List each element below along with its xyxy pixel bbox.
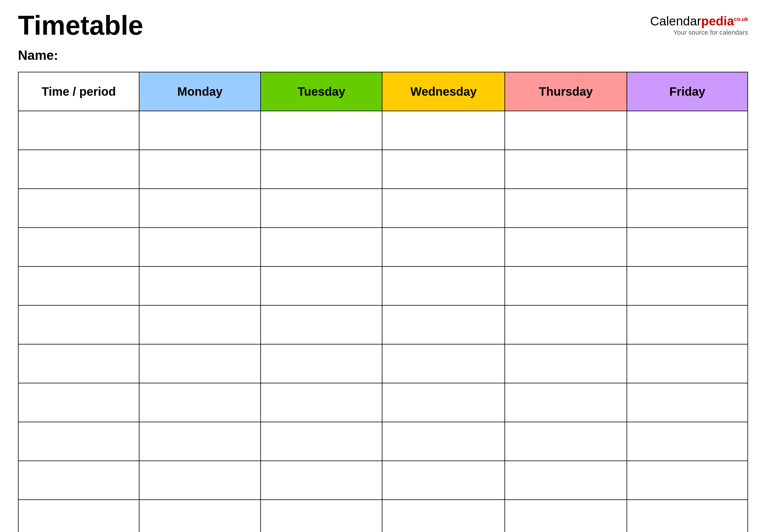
- timetable-body: [18, 111, 748, 532]
- table-cell: [627, 422, 748, 461]
- table-row: [18, 305, 748, 344]
- table-row: [18, 383, 748, 422]
- table-cell: [139, 422, 261, 461]
- table-row: [18, 266, 748, 305]
- table-cell: [382, 228, 505, 266]
- table-cell: [261, 344, 382, 383]
- table-cell: [139, 461, 261, 500]
- table-cell: [627, 228, 748, 266]
- table-cell: [261, 500, 382, 532]
- table-cell: [382, 305, 505, 344]
- table-cell: [627, 305, 748, 344]
- table-cell: [261, 422, 382, 461]
- col-header-tuesday: Tuesday: [261, 72, 382, 111]
- table-cell: [18, 422, 139, 461]
- col-header-thursday: Thursday: [505, 72, 627, 111]
- table-cell: [505, 150, 627, 189]
- table-row: [18, 228, 748, 266]
- table-cell: [505, 500, 627, 532]
- table-cell: [139, 500, 261, 532]
- table-cell: [627, 461, 748, 500]
- table-cell: [139, 383, 261, 422]
- table-cell: [261, 383, 382, 422]
- table-row: [18, 111, 748, 150]
- table-cell: [627, 150, 748, 189]
- col-header-wednesday: Wednesday: [382, 72, 505, 111]
- table-cell: [18, 111, 139, 150]
- logo-calendar: Calendar: [650, 14, 701, 28]
- header-row: Time / period Monday Tuesday Wednesday T…: [18, 72, 748, 111]
- table-cell: [382, 461, 505, 500]
- table-cell: [627, 344, 748, 383]
- table-cell: [627, 111, 748, 150]
- table-cell: [18, 383, 139, 422]
- table-cell: [505, 111, 627, 150]
- table-cell: [261, 228, 382, 266]
- table-cell: [505, 266, 627, 305]
- table-row: [18, 189, 748, 228]
- table-cell: [18, 189, 139, 228]
- table-cell: [382, 344, 505, 383]
- table-cell: [18, 266, 139, 305]
- table-cell: [627, 500, 748, 532]
- table-cell: [261, 111, 382, 150]
- table-cell: [139, 111, 261, 150]
- table-cell: [18, 461, 139, 500]
- table-cell: [261, 150, 382, 189]
- table-cell: [139, 189, 261, 228]
- table-cell: [505, 383, 627, 422]
- logo-co-uk: co.uk: [734, 16, 748, 22]
- logo-container: Calendarpediaco.uk Your source for calen…: [650, 15, 748, 36]
- table-cell: [505, 189, 627, 228]
- table-cell: [18, 150, 139, 189]
- page-header: Timetable Calendarpediaco.uk Your source…: [18, 12, 748, 39]
- col-header-friday: Friday: [627, 72, 748, 111]
- table-cell: [18, 500, 139, 532]
- table-cell: [505, 305, 627, 344]
- table-cell: [382, 500, 505, 532]
- table-cell: [18, 305, 139, 344]
- table-cell: [382, 111, 505, 150]
- table-cell: [627, 189, 748, 228]
- table-row: [18, 500, 748, 532]
- table-row: [18, 422, 748, 461]
- table-row: [18, 461, 748, 500]
- table-cell: [139, 305, 261, 344]
- table-cell: [261, 266, 382, 305]
- page-title: Timetable: [18, 12, 143, 39]
- table-cell: [505, 422, 627, 461]
- table-cell: [261, 305, 382, 344]
- logo-pedia: pedia: [701, 14, 734, 28]
- table-cell: [382, 383, 505, 422]
- table-cell: [139, 266, 261, 305]
- table-cell: [18, 228, 139, 266]
- table-cell: [382, 189, 505, 228]
- table-cell: [382, 266, 505, 305]
- table-cell: [382, 150, 505, 189]
- table-cell: [18, 344, 139, 383]
- table-cell: [505, 461, 627, 500]
- table-cell: [261, 189, 382, 228]
- table-cell: [139, 344, 261, 383]
- table-cell: [627, 266, 748, 305]
- table-cell: [139, 150, 261, 189]
- table-cell: [261, 461, 382, 500]
- table-cell: [505, 228, 627, 266]
- col-header-monday: Monday: [139, 72, 261, 111]
- table-cell: [382, 422, 505, 461]
- table-row: [18, 344, 748, 383]
- table-cell: [139, 228, 261, 266]
- logo-tagline: Your source for calendars: [650, 29, 748, 36]
- table-cell: [505, 344, 627, 383]
- logo-text: Calendarpediaco.uk: [650, 15, 748, 28]
- col-header-time: Time / period: [18, 72, 139, 111]
- name-label: Name:: [18, 48, 748, 63]
- table-cell: [627, 383, 748, 422]
- table-row: [18, 150, 748, 189]
- timetable: Time / period Monday Tuesday Wednesday T…: [18, 72, 748, 532]
